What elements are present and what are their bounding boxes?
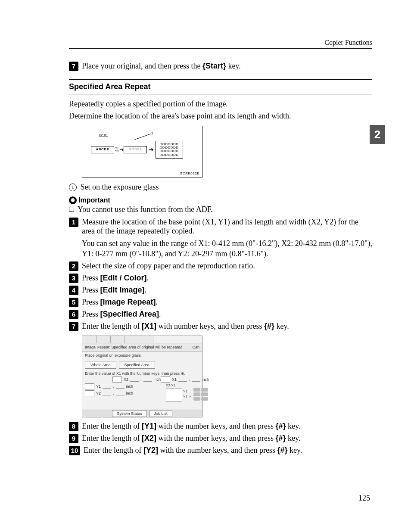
step-number-badge: 3	[69, 274, 78, 283]
step-3: 3 Press [Edit / Color].	[69, 274, 372, 283]
x1-field[interactable]	[161, 376, 170, 383]
step-text: Enter the length of [X1] with number key…	[82, 322, 289, 331]
step-1-detail: You can set any value in the range of X1…	[82, 238, 372, 259]
section-title: Specified Area Repeat	[69, 82, 372, 91]
step-4: 4 Press [Edit Image].	[69, 286, 372, 295]
ss-instruction: Place original on exposure glass.	[82, 352, 202, 359]
step-text: Press [Image Repeat].	[82, 298, 158, 307]
job-list-button[interactable]: Job List	[149, 410, 172, 417]
arrow-icon: ➔	[149, 146, 154, 153]
callout-note: 1 Set on the exposure glass	[69, 182, 372, 192]
hash-key: #	[278, 422, 283, 430]
step-number-badge: 4	[69, 286, 78, 295]
whole-area-button[interactable]: Whole Area	[85, 361, 116, 369]
step-9: 9 Enter the length of [X2] with the numb…	[69, 434, 372, 443]
step-text: Enter the length of [Y1] with the number…	[82, 422, 300, 431]
step-5: 5 Press [Image Repeat].	[69, 298, 372, 307]
step-number-badge: 7	[69, 62, 78, 71]
important-bullet: You cannot use this function from the AD…	[69, 205, 372, 214]
important-heading: ✺ Important	[69, 196, 372, 204]
x2-button-label: [X2]	[142, 434, 156, 442]
step-text: Press [Edit / Color].	[82, 274, 149, 283]
step-1: 1 Measure the location of the base point…	[69, 218, 372, 236]
ss-mini-diagram: X2 X1 Y1 Y2 →	[166, 383, 209, 403]
specified-area-button-label: [Specified Area]	[100, 310, 159, 318]
ss-footer: System Status Job List	[82, 410, 202, 417]
area-repeat-diagram: X2 X1 1 ABCDE Y1 Y2 ➔ ABCDE ➔ DDDDDDD DD…	[82, 126, 202, 177]
y1-field[interactable]	[85, 383, 94, 389]
edit-color-button-label: [Edit / Color]	[100, 274, 147, 282]
page: Copier Functions 2 7 Place your original…	[0, 0, 411, 532]
ss-enter-line: Enter the value of X1 with the Number ke…	[85, 371, 199, 376]
step-text: Measure the location of the base point (…	[82, 218, 372, 236]
ss-tab-bar	[82, 336, 202, 343]
step-text: Select the size of copy paper and the re…	[82, 261, 255, 271]
diagram-x2-label: X2 X1	[99, 133, 108, 137]
ss-toggle-row: Whole Area Specified Area	[85, 361, 199, 369]
hash-key: #	[278, 434, 283, 442]
ss-status-line: Image Repeat: Specified area of original…	[82, 343, 202, 352]
step-2: 2 Select the size of copy paper and the …	[69, 261, 372, 271]
diagram-panel-abcde: ABCDE	[91, 146, 114, 153]
step-8: 8 Enter the length of [Y1] with the numb…	[69, 422, 372, 431]
step-text: Press [Specified Area].	[82, 310, 161, 319]
arrow-icon: ➔	[120, 147, 124, 152]
start-key: Start	[206, 62, 223, 70]
step-10: 10 Enter the length of [Y2] with the num…	[69, 446, 372, 455]
important-icon: ✺	[69, 196, 77, 204]
system-status-button[interactable]: System Status	[112, 410, 146, 417]
step-7: 7 Enter the length of [X1] with number k…	[69, 322, 372, 331]
edit-image-button-label: [Edit Image]	[100, 286, 145, 294]
step-number-badge: 6	[69, 310, 78, 319]
step-number-badge: 1	[69, 218, 78, 227]
section-rule-top	[69, 79, 372, 80]
step-text: Enter the length of [X2] with the number…	[82, 434, 300, 443]
step-number-badge: 9	[69, 434, 78, 443]
diagram-panel-ddd: DDDDDDD DDDDDDD DDDDDDD DDDDDDD	[156, 141, 183, 159]
step-number-badge: 5	[69, 298, 78, 307]
step-number-badge: 10	[69, 446, 80, 455]
step-number-badge: 8	[69, 422, 78, 431]
x2-field[interactable]	[112, 376, 122, 383]
step-text: Press [Edit Image].	[82, 286, 146, 295]
step-number-badge: 7	[69, 322, 78, 331]
running-header: Copier Functions	[69, 39, 372, 47]
step-number-badge: 2	[69, 261, 78, 271]
diagram-code: GCRE032E	[180, 171, 199, 175]
hash-key: #	[267, 322, 271, 330]
y2-button-label: [Y2]	[143, 446, 158, 454]
circled-1-icon: 1	[69, 184, 77, 191]
y1-button-label: [Y1]	[142, 422, 156, 430]
intro-2: Determine the location of the area's bas…	[69, 111, 372, 121]
header-rule	[69, 48, 372, 49]
chapter-tab: 2	[370, 125, 385, 144]
section-rule-bottom	[69, 94, 372, 94]
square-bullet-icon	[69, 207, 74, 212]
step-6: 6 Press [Specified Area].	[69, 310, 372, 319]
intro-1: Repeatedly copies a specified portion of…	[69, 99, 372, 109]
step-text: Place your original, and then press the …	[82, 62, 241, 71]
ss-cancel: Can	[192, 345, 199, 349]
lcd-screenshot: Image Repeat: Specified area of original…	[82, 336, 202, 417]
step-7-pre: 7 Place your original, and then press th…	[69, 62, 372, 71]
page-number: 125	[358, 494, 370, 503]
y2-field[interactable]	[85, 390, 94, 396]
specified-area-button[interactable]: Specified Area	[119, 361, 155, 369]
image-repeat-button-label: [Image Repeat]	[100, 298, 156, 306]
x1-button-label: [X1]	[142, 322, 156, 330]
callout-line	[134, 134, 151, 140]
diagram-panel-mirror: ABCDE	[124, 146, 147, 153]
step-text: Enter the length of [Y2] with the number…	[84, 446, 302, 455]
hash-key: #	[280, 446, 284, 454]
diagram-callout-num: 1	[151, 131, 153, 135]
